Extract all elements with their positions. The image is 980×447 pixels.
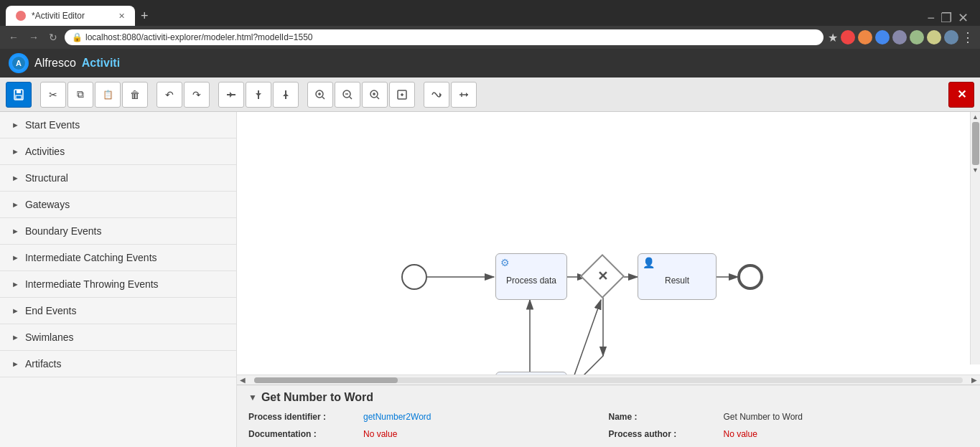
zoom-fit-button[interactable] [362, 82, 388, 108]
zoom-out-button[interactable] [335, 82, 360, 108]
flow-button-1[interactable] [424, 82, 449, 108]
close-editor-button[interactable]: ✕ [948, 82, 974, 108]
scroll-down-button[interactable]: ▼ [971, 165, 980, 175]
canvas[interactable]: ▲ ▼ [237, 112, 980, 375]
svg-rect-3 [17, 90, 21, 93]
svg-marker-6 [230, 92, 233, 98]
sidebar-item-label: Activities [25, 146, 65, 157]
new-tab-button[interactable]: + [135, 6, 154, 26]
sidebar-item-end-events[interactable]: ► End Events [0, 298, 236, 324]
back-button[interactable]: ← [6, 30, 22, 44]
flow-line-7 [567, 300, 601, 375]
align-right-button[interactable] [273, 82, 299, 108]
minimize-button[interactable]: − [927, 11, 935, 26]
align-left-button[interactable] [218, 82, 244, 108]
save-button[interactable] [6, 82, 32, 108]
paste-button[interactable]: 📋 [95, 82, 121, 108]
zoom-reset-button[interactable] [389, 82, 415, 108]
align-center-button[interactable] [246, 82, 271, 108]
diagram-svg [237, 112, 980, 375]
extension-icon-4[interactable] [892, 30, 907, 44]
redo-button[interactable]: ↷ [184, 82, 210, 108]
lock-icon: 🔒 [72, 32, 83, 42]
prop-value-name: Get Number to Word [724, 412, 969, 422]
scrollbar-thumb-vertical[interactable] [972, 122, 979, 165]
copy-button[interactable]: ⧉ [67, 82, 93, 108]
url-text: localhost:8080/activiti-explorer/modeler… [85, 32, 313, 42]
sidebar-item-label: Gateways [25, 199, 70, 210]
scroll-up-button[interactable]: ▲ [971, 112, 980, 122]
address-bar[interactable]: 🔒 localhost:8080/activiti-explorer/model… [65, 29, 823, 45]
properties-panel: ▼ Get Number to Word Process identifier … [237, 385, 980, 447]
sidebar-item-label: Artifacts [25, 358, 62, 370]
sidebar-item-activities[interactable]: ► Activities [0, 138, 236, 165]
sidebar-item-label: Structural [25, 172, 68, 184]
undo-button[interactable]: ↶ [157, 82, 182, 108]
sidebar-item-boundary-events[interactable]: ► Boundary Events [0, 218, 236, 245]
zoom-in-button[interactable] [307, 82, 333, 108]
start-event[interactable] [401, 264, 427, 290]
horizontal-scrollbar[interactable]: ◀ ▶ [237, 375, 980, 385]
gear-icon: ⚙ [500, 257, 510, 268]
extension-icon-1[interactable] [841, 30, 855, 44]
app-logo: A [9, 53, 29, 73]
sidebar-item-label: Intermediate Catching Events [25, 252, 157, 263]
bookmark-star-icon[interactable]: ★ [828, 31, 838, 44]
extension-icon-2[interactable] [858, 30, 872, 44]
app-bar: A Alfresco Activiti [0, 49, 980, 77]
end-event[interactable] [737, 264, 763, 290]
flow-line-5b [567, 356, 603, 375]
window-close-button[interactable]: ✕ [958, 10, 969, 26]
sidebar-item-start-events[interactable]: ► Start Events [0, 112, 236, 138]
browser-menu-icon[interactable]: ⋮ [961, 29, 974, 45]
sidebar-item-artifacts[interactable]: ► Artifacts [0, 351, 236, 377]
browser-tab[interactable]: *Activiti Editor ✕ [6, 6, 135, 26]
svg-line-19 [377, 97, 379, 99]
chevron-right-icon: ► [11, 174, 19, 182]
gateway-label: ✕ [587, 260, 618, 292]
prop-label-name: Name : [609, 412, 724, 422]
app-title-alfresco: Alfresco [34, 57, 76, 70]
extension-icon-3[interactable] [875, 30, 890, 44]
tab-favicon [16, 11, 26, 21]
svg-line-16 [350, 97, 352, 99]
sidebar-item-structural[interactable]: ► Structural [0, 165, 236, 192]
prop-value-identifier[interactable]: getNumber2Word [363, 412, 609, 422]
scroll-left-button[interactable]: ◀ [237, 376, 248, 384]
gateway-exclusive[interactable]: ✕ [587, 260, 618, 292]
sidebar-item-label: End Events [25, 305, 77, 316]
task-retry[interactable]: 👤 Retry [495, 372, 567, 375]
cut-button[interactable]: ✂ [40, 82, 66, 108]
scroll-right-button[interactable]: ▶ [969, 376, 980, 384]
svg-rect-4 [16, 95, 22, 99]
extension-icon-5[interactable] [910, 30, 924, 44]
scrollbar-thumb-horizontal[interactable] [254, 377, 398, 383]
task-result[interactable]: 👤 Result [638, 253, 717, 300]
svg-marker-26 [466, 93, 468, 97]
chevron-right-icon: ► [11, 147, 19, 156]
chevron-right-icon: ► [11, 280, 19, 288]
tab-close-button[interactable]: ✕ [118, 11, 125, 21]
restore-button[interactable]: ❐ [941, 10, 952, 26]
sidebar-item-intermediate-catching[interactable]: ► Intermediate Catching Events [0, 245, 236, 271]
canvas-area: ▲ ▼ [237, 112, 980, 447]
tab-title: *Activiti Editor [32, 11, 85, 21]
svg-text:A: A [16, 59, 22, 67]
sidebar-item-label: Intermediate Throwing Events [25, 278, 159, 290]
reload-button[interactable]: ↻ [46, 30, 60, 44]
forward-button[interactable]: → [26, 30, 42, 44]
task-process-data[interactable]: ⚙ Process data [495, 253, 567, 300]
collapse-arrow-icon[interactable]: ▼ [248, 392, 257, 403]
extension-icon-6[interactable] [927, 30, 941, 44]
chevron-right-icon: ► [11, 121, 19, 129]
delete-button[interactable]: 🗑 [122, 82, 148, 108]
chevron-right-icon: ► [11, 333, 19, 342]
prop-label-documentation: Documentation : [248, 429, 363, 439]
vertical-scrollbar[interactable]: ▲ ▼ [970, 112, 980, 364]
profile-icon[interactable] [944, 30, 958, 44]
chevron-right-icon: ► [11, 253, 19, 262]
flow-button-2[interactable] [451, 82, 477, 108]
sidebar-item-intermediate-throwing[interactable]: ► Intermediate Throwing Events [0, 271, 236, 298]
sidebar-item-swimlanes[interactable]: ► Swimlanes [0, 324, 236, 351]
sidebar-item-gateways[interactable]: ► Gateways [0, 192, 236, 218]
